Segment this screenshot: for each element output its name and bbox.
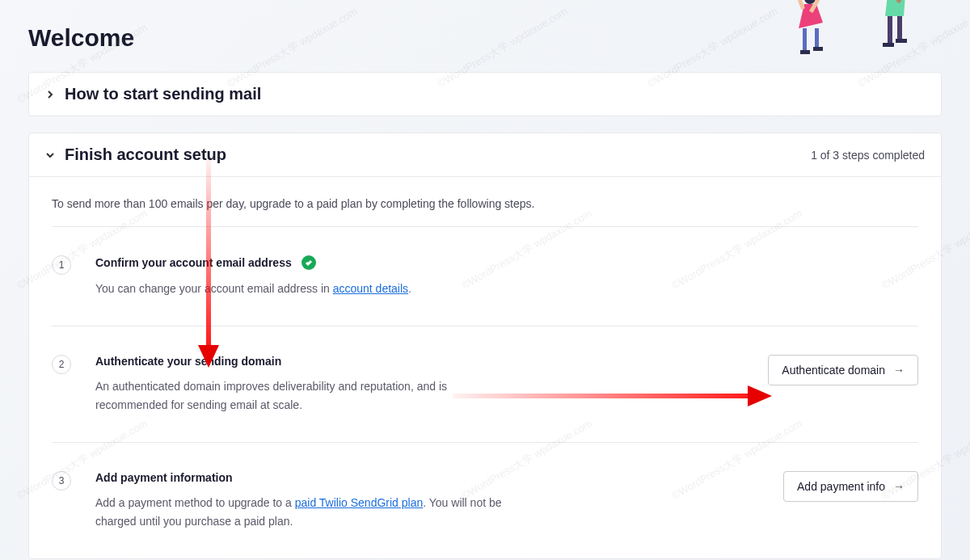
chevron-down-icon (45, 150, 55, 160)
svg-rect-11 (896, 39, 907, 43)
svg-rect-1 (803, 28, 807, 51)
setup-step-2: 2 Authenticate your sending domain An au… (52, 326, 918, 442)
step-number: 3 (52, 471, 71, 491)
panel-finish-setup: Finish account setup 1 of 3 steps comple… (28, 133, 942, 559)
step-description: Add a payment method to upgrade to a pai… (95, 494, 516, 530)
setup-step-1: 1 Confirm your account email address You… (52, 226, 918, 326)
celebration-illustration (776, 0, 938, 81)
add-payment-info-button[interactable]: Add payment info → (783, 471, 918, 502)
panel-title: Finish account setup (65, 145, 226, 164)
panel-body: To send more than 100 emails per day, up… (29, 176, 941, 558)
step-description: An authenticated domain improves deliver… (95, 377, 516, 414)
svg-rect-4 (813, 47, 823, 51)
arrow-right-icon: → (893, 480, 905, 493)
svg-rect-5 (796, 0, 805, 10)
chevron-right-icon (45, 90, 55, 99)
step-number: 1 (52, 255, 71, 275)
panel-header-finish-setup[interactable]: Finish account setup 1 of 3 steps comple… (29, 133, 941, 176)
account-details-link[interactable]: account details (333, 282, 408, 295)
step-number: 2 (52, 355, 71, 374)
step-title: Authenticate your sending domain (95, 355, 281, 368)
setup-step-3: 3 Add payment information Add a payment … (52, 442, 918, 542)
authenticate-domain-button[interactable]: Authenticate domain → (768, 355, 918, 385)
svg-rect-8 (888, 16, 892, 44)
panel-title: How to start sending mail (65, 85, 261, 103)
intro-text: To send more than 100 emails per day, up… (52, 193, 918, 218)
check-complete-icon (302, 255, 316, 270)
svg-rect-3 (800, 50, 810, 54)
step-title: Confirm your account email address (95, 256, 292, 269)
step-description: You can change your account email addres… (95, 280, 516, 297)
svg-rect-9 (897, 16, 902, 40)
svg-rect-2 (815, 28, 819, 48)
progress-text: 1 of 3 steps completed (811, 149, 925, 162)
svg-rect-10 (883, 43, 894, 47)
paid-plan-link[interactable]: paid Twilio SendGrid plan (295, 496, 424, 509)
step-title: Add payment information (95, 471, 233, 484)
arrow-right-icon: → (893, 364, 905, 377)
